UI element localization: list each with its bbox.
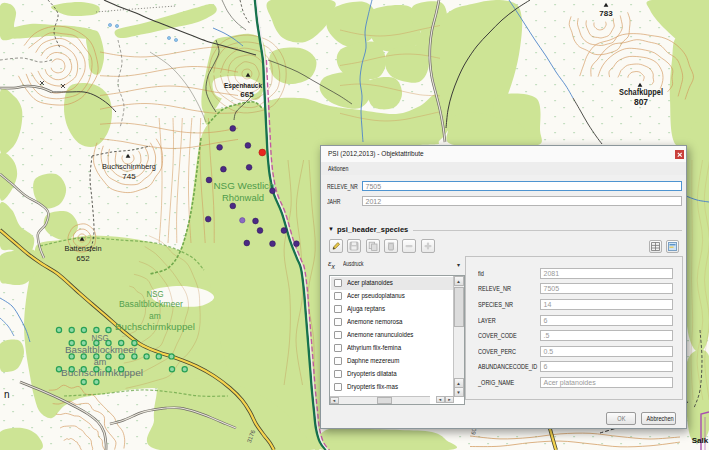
svg-text:n: n xyxy=(4,389,10,400)
svg-text:am: am xyxy=(149,311,161,321)
svg-text:Basaltblockmeer: Basaltblockmeer xyxy=(119,299,183,309)
svg-text:807: 807 xyxy=(634,97,648,107)
svg-text:NSG Westlich: NSG Westlich xyxy=(214,181,275,191)
svg-text:Rhönwald: Rhönwald xyxy=(222,193,264,203)
svg-text:745: 745 xyxy=(122,172,136,181)
svg-text:Salk: Salk xyxy=(692,436,709,445)
svg-text:Buchschirmkuppel: Buchschirmkuppel xyxy=(115,322,195,332)
svg-text:Espenhauck: Espenhauck xyxy=(224,81,262,90)
svg-text:783: 783 xyxy=(599,9,613,18)
svg-text:652: 652 xyxy=(76,254,90,263)
svg-text:Schafküppel: Schafküppel xyxy=(619,87,663,97)
svg-text:NSG: NSG xyxy=(147,289,164,299)
svg-text:Buchschirmberg: Buchschirmberg xyxy=(102,162,156,171)
svg-text:665: 665 xyxy=(240,90,254,99)
svg-text:Basaltblockmeer: Basaltblockmeer xyxy=(65,345,137,355)
svg-text:Battenstein: Battenstein xyxy=(65,244,102,253)
